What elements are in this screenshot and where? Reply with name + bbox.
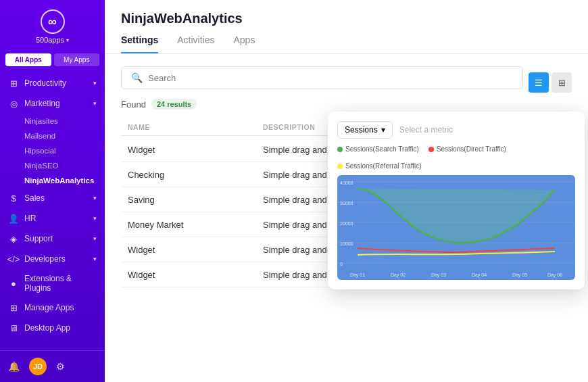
- notification-icon[interactable]: 🔔: [8, 361, 20, 372]
- tab-apps[interactable]: Apps: [233, 34, 255, 53]
- logo-icon[interactable]: ∞: [41, 9, 65, 34]
- results-text: Found: [121, 99, 146, 110]
- chevron-icon: ▾: [93, 195, 97, 201]
- chart-svg: Day 01 Day 02 Day 03 Day 04 Day 05 Day 0…: [337, 175, 575, 280]
- svg-text:Day 02: Day 02: [391, 272, 406, 278]
- row-name: Checking: [128, 170, 263, 180]
- sidebar-item-support[interactable]: ◈ Support ▾: [0, 229, 105, 249]
- svg-text:40000: 40000: [340, 181, 353, 185]
- svg-text:30000: 30000: [340, 201, 353, 206]
- legend-item-direct: Sessions(Direct Traffic): [428, 145, 506, 153]
- code-icon: </>: [8, 254, 19, 264]
- search-input[interactable]: [148, 73, 513, 83]
- chevron-down-icon: ▾: [381, 125, 385, 135]
- main-content: 🔍 ☰ ⊞ Found 24 results NAME DESCRIPTION …: [105, 54, 588, 382]
- all-apps-tab[interactable]: All Apps: [5, 53, 51, 66]
- chevron-down-icon: ▾: [66, 37, 69, 43]
- sidebar-item-desktop-app[interactable]: 🖥 Desktop App: [0, 318, 105, 338]
- main-content-area: NinjaWebAnalytics Settings Activities Ap…: [105, 0, 588, 382]
- results-row: Found 24 results: [121, 99, 572, 110]
- desktop-icon: 🖥: [8, 323, 19, 333]
- grid-view-button[interactable]: ⊞: [552, 72, 572, 93]
- svg-text:0: 0: [340, 262, 343, 266]
- chevron-icon: ▾: [93, 80, 97, 87]
- sidebar-footer: 🔔 JD ⚙: [0, 350, 105, 382]
- sidebar-item-sales[interactable]: $ Sales ▾: [0, 188, 105, 208]
- settings-icon[interactable]: ⚙: [56, 361, 65, 372]
- sidebar-item-developers[interactable]: </> Developers ▾: [0, 249, 105, 269]
- svg-text:20000: 20000: [340, 221, 353, 226]
- results-badge: 24 results: [151, 99, 197, 110]
- sidebar-sub-ninjasites[interactable]: Ninjasites: [0, 114, 105, 128]
- circle-icon: ●: [8, 278, 19, 289]
- chart-legend: Sessions(Search Traffic) Sessions(Direct…: [337, 145, 575, 170]
- legend-dot-referral: [337, 164, 343, 169]
- svg-text:10000: 10000: [340, 241, 353, 246]
- row-name: Widget: [128, 245, 263, 255]
- search-container: 🔍: [121, 66, 523, 89]
- logo-label[interactable]: 500apps ▾: [36, 36, 69, 44]
- legend-label-search: Sessions(Search Traffic): [345, 145, 419, 153]
- legend-item-search: Sessions(Search Traffic): [337, 145, 419, 153]
- legend-dot-direct: [428, 147, 434, 152]
- row-name: Widget: [128, 270, 263, 280]
- list-view-button[interactable]: ☰: [529, 72, 549, 93]
- sidebar-sub-mailsend[interactable]: Mailsend: [0, 128, 105, 143]
- sidebar-item-hr[interactable]: 👤 HR ▾: [0, 208, 105, 229]
- row-name: Saving: [128, 195, 263, 205]
- metric-label: Sessions: [345, 125, 378, 135]
- legend-label-direct: Sessions(Direct Traffic): [437, 145, 506, 153]
- target-icon: ◎: [8, 98, 19, 109]
- search-icon: 🔍: [131, 72, 143, 83]
- chart-area: Day 01 Day 02 Day 03 Day 04 Day 05 Day 0…: [337, 175, 575, 280]
- chevron-icon: ▾: [93, 235, 97, 242]
- legend-item-referral: Sessions(Referral Traffic): [337, 162, 422, 170]
- my-apps-tab[interactable]: My Apps: [54, 53, 100, 66]
- logo-area: ∞ 500apps ▾: [0, 0, 105, 49]
- chart-overlay: Sessions ▾ Select a metric Sessions(Sear…: [328, 112, 585, 289]
- svg-text:Day 01: Day 01: [350, 272, 365, 278]
- sidebar-nav: ⊞ Productivity ▾ ◎ Marketing ▾ Ninjasite…: [0, 73, 105, 339]
- sidebar-sub-ninjawebanalytics[interactable]: NinjaWebAnalytics: [0, 173, 105, 188]
- sidebar-item-extensions[interactable]: ● Extensions & Plugins: [0, 269, 105, 297]
- avatar[interactable]: JD: [29, 358, 47, 375]
- svg-text:Day 04: Day 04: [472, 272, 487, 278]
- col-name: NAME: [128, 123, 263, 131]
- svg-text:Day 05: Day 05: [512, 272, 527, 278]
- row-name: Money Market: [128, 220, 263, 230]
- sidebar-item-productivity[interactable]: ⊞ Productivity ▾: [0, 73, 105, 93]
- chevron-icon: ▾: [93, 215, 97, 222]
- person-icon: 👤: [8, 213, 19, 224]
- main-header: NinjaWebAnalytics Settings Activities Ap…: [105, 0, 588, 54]
- dollar-icon: $: [8, 193, 19, 204]
- sidebar-item-manage-apps[interactable]: ⊞ Manage Apps: [0, 297, 105, 318]
- grid2-icon: ⊞: [8, 302, 19, 313]
- legend-label-referral: Sessions(Referral Traffic): [345, 162, 422, 170]
- svg-text:Day 03: Day 03: [431, 272, 446, 278]
- main-tabs: Settings Activities Apps: [121, 34, 572, 53]
- legend-dot-search: [337, 147, 343, 152]
- row-name: Widget: [128, 145, 263, 155]
- metric-placeholder: Select a metric: [399, 125, 453, 135]
- chevron-icon: ▾: [93, 100, 97, 107]
- tab-settings[interactable]: Settings: [121, 34, 158, 53]
- grid-icon: ⊞: [8, 78, 19, 89]
- page-title: NinjaWebAnalytics: [121, 11, 572, 26]
- sidebar-sub-hipsocial[interactable]: Hipsocial: [0, 143, 105, 158]
- sidebar-item-marketing[interactable]: ◎ Marketing ▾: [0, 93, 105, 114]
- chart-controls: Sessions ▾ Select a metric: [337, 121, 575, 139]
- view-toggles: ☰ ⊞: [529, 72, 572, 93]
- tab-activities[interactable]: Activities: [177, 34, 214, 53]
- support-icon: ◈: [8, 233, 19, 244]
- metric-select[interactable]: Sessions ▾: [337, 121, 393, 139]
- sidebar-tabs: All Apps My Apps: [5, 53, 99, 66]
- svg-text:Day 06: Day 06: [547, 272, 562, 278]
- sidebar: ∞ 500apps ▾ All Apps My Apps ⊞ Productiv…: [0, 0, 105, 382]
- chevron-icon: ▾: [93, 256, 97, 262]
- sidebar-sub-ninjaseo[interactable]: NinjaSEO: [0, 158, 105, 173]
